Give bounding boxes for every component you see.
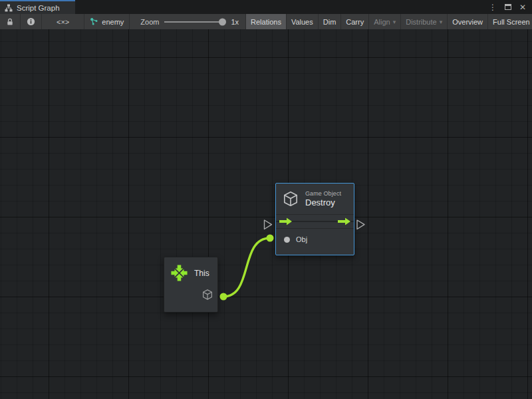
graph-hierarchy-icon — [5, 4, 13, 12]
graph-name: enemy — [102, 18, 124, 26]
chevron-down-icon: ▾ — [440, 19, 443, 25]
node-this[interactable]: This — [164, 257, 218, 313]
obj-input-port[interactable] — [284, 237, 290, 243]
carry-toggle[interactable]: Carry — [341, 14, 369, 29]
values-toggle[interactable]: Values — [287, 14, 319, 29]
wire-start-dot[interactable] — [220, 293, 227, 301]
zoom-value: 1x — [231, 18, 239, 26]
window-controls: ⋮ ✕ — [75, 0, 532, 14]
self-output-port[interactable] — [201, 289, 213, 301]
info-icon — [27, 17, 35, 26]
maximize-icon[interactable] — [505, 4, 511, 10]
graph-canvas[interactable]: This — [0, 29, 532, 399]
align-dropdown[interactable]: Align ▾ — [369, 14, 401, 29]
distribute-dropdown[interactable]: Distribute ▾ — [401, 14, 448, 29]
graph-toolbar: <×> enemy Zoom 1x Relations Values Dim — [0, 14, 532, 29]
node-destroy-titles: Game Object Destroy — [305, 190, 341, 207]
incoming-control-triangle[interactable] — [265, 220, 272, 229]
node-title: Destroy — [305, 198, 341, 207]
control-output-port[interactable] — [338, 218, 350, 225]
obj-port-label: Obj — [296, 235, 307, 243]
outgoing-control-triangle[interactable] — [357, 220, 364, 229]
relations-toggle[interactable]: Relations — [245, 14, 287, 29]
close-icon[interactable]: ✕ — [519, 3, 526, 11]
script-graph-window: Script Graph ⋮ ✕ <×> — [0, 0, 532, 399]
code-toggle-label: <×> — [57, 18, 69, 26]
fullscreen-button[interactable]: Full Screen — [488, 14, 532, 29]
menu-icon[interactable]: ⋮ — [489, 3, 497, 11]
this-converge-icon — [170, 263, 189, 283]
zoom-slider-track[interactable] — [164, 21, 223, 23]
node-destroy-header: Game Object Destroy — [276, 184, 354, 215]
code-toggle-button[interactable]: <×> — [42, 14, 84, 29]
info-button[interactable] — [21, 14, 42, 29]
flow-arrow-icon — [279, 218, 292, 225]
node-category: Game Object — [305, 190, 341, 197]
wire-end-dot[interactable] — [267, 235, 274, 242]
zoom-control: Zoom 1x — [140, 14, 245, 29]
tab-label: Script Graph — [17, 4, 60, 12]
value-input-row: Obj — [276, 229, 354, 255]
dim-toggle[interactable]: Dim — [319, 14, 342, 29]
chevron-down-icon: ▾ — [393, 19, 396, 25]
node-this-header: This — [164, 257, 217, 283]
connections-overlay — [0, 29, 532, 399]
tab-script-graph[interactable]: Script Graph — [0, 0, 75, 14]
zoom-label: Zoom — [140, 18, 159, 26]
control-input-port[interactable] — [279, 218, 292, 225]
flow-arrow-icon — [338, 218, 350, 225]
tab-bar: Script Graph ⋮ ✕ — [0, 0, 532, 14]
lock-icon — [6, 18, 14, 26]
gameobject-cube-icon — [282, 190, 299, 207]
gameobject-cube-icon — [201, 289, 213, 301]
control-flow-row — [276, 215, 354, 229]
zoom-slider-handle[interactable] — [219, 18, 226, 25]
lock-button[interactable] — [0, 14, 21, 29]
value-connection-wire[interactable] — [223, 238, 270, 297]
node-this-title: This — [194, 269, 209, 278]
overview-button[interactable]: Overview — [448, 14, 488, 29]
node-destroy[interactable]: Game Object Destroy O — [275, 183, 354, 255]
graph-network-icon — [90, 17, 98, 26]
graph-reference-button[interactable]: enemy — [84, 14, 130, 29]
